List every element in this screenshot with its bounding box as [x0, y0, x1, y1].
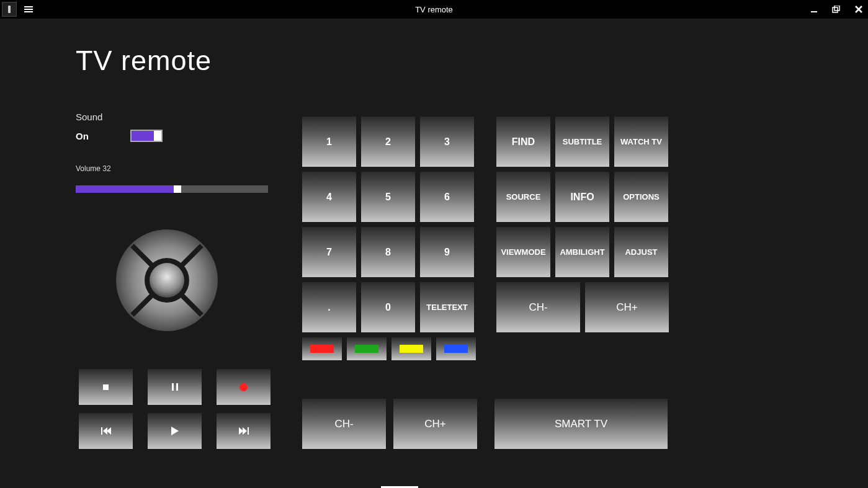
sound-state: On	[76, 131, 130, 141]
stop-icon	[103, 384, 109, 390]
play-button[interactable]	[148, 413, 202, 449]
viewmode-button[interactable]: VIEWMODE	[496, 227, 550, 277]
ambilight-button[interactable]: AMBILIGHT	[555, 227, 609, 277]
record-button[interactable]	[217, 369, 271, 405]
key-4[interactable]: 4	[302, 172, 356, 222]
volume-slider[interactable]	[76, 185, 268, 193]
page-title: TV remote	[76, 45, 212, 77]
svg-marker-13	[103, 427, 107, 435]
key-5[interactable]: 5	[361, 172, 415, 222]
bottom-ch-minus[interactable]: CH-	[302, 399, 386, 449]
red-button[interactable]	[302, 337, 342, 360]
volume-label: Volume 32	[76, 164, 268, 173]
watch-tv-button[interactable]: WATCH TV	[614, 117, 668, 167]
find-button[interactable]: FIND	[496, 117, 550, 167]
svg-rect-2	[834, 6, 839, 11]
pause-button[interactable]	[148, 369, 202, 405]
titlebar: TV remote	[0, 0, 868, 19]
key-7[interactable]: 7	[302, 227, 356, 277]
svg-rect-11	[176, 383, 178, 391]
sound-toggle[interactable]	[130, 130, 163, 142]
keypad: 1 2 3 FIND SUBTITLE WATCH TV 4 5 6 SOURC…	[302, 117, 669, 360]
options-button[interactable]: OPTIONS	[614, 172, 668, 222]
blue-button[interactable]	[436, 337, 476, 360]
yellow-button[interactable]	[391, 337, 431, 360]
smart-tv-button[interactable]: SMART TV	[494, 399, 668, 449]
window-title: TV remote	[0, 5, 868, 14]
svg-marker-16	[239, 427, 243, 435]
ch-minus-button[interactable]: CH-	[496, 282, 580, 332]
key-dot[interactable]: .	[302, 282, 356, 332]
svg-rect-12	[101, 427, 102, 435]
svg-point-9	[150, 263, 184, 298]
key-0[interactable]: 0	[361, 282, 415, 332]
ch-plus-button[interactable]: CH+	[585, 282, 669, 332]
sound-section: Sound On Volume 32	[76, 112, 268, 193]
system-menu-icon[interactable]	[2, 2, 17, 17]
svg-marker-17	[243, 427, 247, 435]
key-9[interactable]: 9	[420, 227, 474, 277]
play-icon	[171, 427, 179, 435]
green-button[interactable]	[347, 337, 387, 360]
dpad[interactable]	[115, 228, 219, 332]
bottom-ch-plus[interactable]: CH+	[393, 399, 477, 449]
maximize-button[interactable]	[831, 4, 842, 15]
prev-button[interactable]	[79, 413, 133, 449]
key-1[interactable]: 1	[302, 117, 356, 167]
adjust-button[interactable]: ADJUST	[614, 227, 668, 277]
record-icon	[239, 383, 248, 391]
key-8[interactable]: 8	[361, 227, 415, 277]
skip-forward-icon	[239, 427, 249, 435]
svg-rect-18	[248, 427, 249, 435]
close-button[interactable]	[853, 4, 864, 15]
sound-label: Sound	[76, 112, 268, 122]
svg-rect-10	[172, 383, 174, 391]
subtitle-button[interactable]: SUBTITLE	[555, 117, 609, 167]
source-button[interactable]: SOURCE	[496, 172, 550, 222]
skip-back-icon	[101, 427, 111, 435]
pause-icon	[172, 383, 178, 391]
svg-marker-15	[171, 427, 179, 435]
svg-rect-1	[833, 7, 838, 12]
key-3[interactable]: 3	[420, 117, 474, 167]
hamburger-icon[interactable]	[24, 6, 33, 12]
key-2[interactable]: 2	[361, 117, 415, 167]
minimize-button[interactable]	[808, 4, 820, 15]
svg-rect-0	[811, 11, 817, 12]
key-6[interactable]: 6	[420, 172, 474, 222]
svg-marker-14	[107, 427, 111, 435]
stop-button[interactable]	[79, 369, 133, 405]
next-button[interactable]	[217, 413, 271, 449]
teletext-button[interactable]: TELETEXT	[420, 282, 474, 332]
info-button[interactable]: INFO	[555, 172, 609, 222]
